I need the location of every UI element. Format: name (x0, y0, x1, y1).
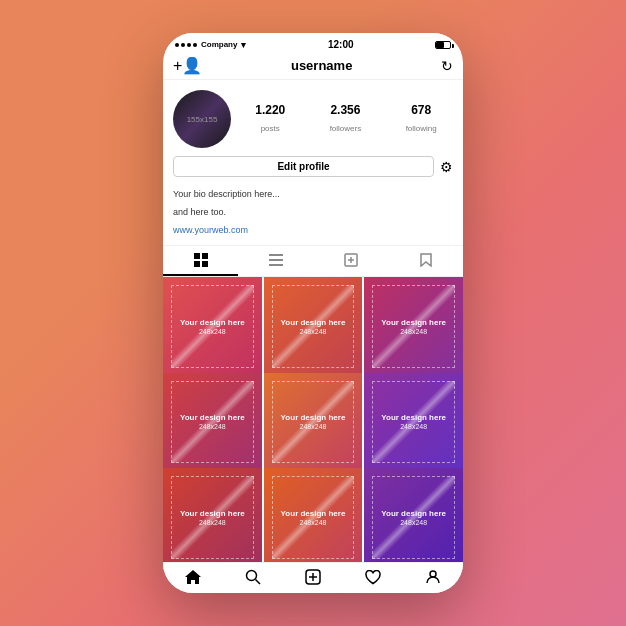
ig-header: +👤 username ↻ (163, 52, 463, 80)
grid-item-6[interactable]: Your design here 248x248 (364, 373, 463, 472)
grid-item-5[interactable]: Your design here 248x248 (264, 373, 363, 472)
posts-count: 1.220 (255, 103, 285, 117)
grid-item-3[interactable]: Your design here 248x248 (364, 277, 463, 376)
signal-dot-3 (187, 43, 191, 47)
grid-label-6: Your design here 248x248 (381, 413, 446, 430)
svg-rect-3 (202, 261, 208, 267)
bottom-nav-search[interactable] (223, 569, 283, 585)
tab-list[interactable] (238, 246, 313, 276)
stat-followers: 2.356 followers (330, 103, 362, 135)
followers-label: followers (330, 124, 362, 133)
bottom-nav (163, 562, 463, 593)
svg-rect-1 (202, 253, 208, 259)
status-bar: Company ▾ 12:00 (163, 33, 463, 52)
grid-label-9: Your design here 248x248 (381, 509, 446, 526)
svg-rect-6 (269, 264, 283, 266)
signal-dot-4 (193, 43, 197, 47)
avatar: 155x155 (173, 90, 231, 148)
grid-item-2[interactable]: Your design here 248x248 (264, 277, 363, 376)
grid-item-9[interactable]: Your design here 248x248 (364, 468, 463, 562)
followers-count: 2.356 (330, 103, 362, 117)
svg-rect-2 (194, 261, 200, 267)
status-left: Company ▾ (175, 40, 246, 50)
svg-rect-0 (194, 253, 200, 259)
phone-frame: Company ▾ 12:00 +👤 username ↻ 155x155 1.… (163, 33, 463, 593)
add-user-icon[interactable]: +👤 (173, 56, 202, 75)
signal-dot-2 (181, 43, 185, 47)
svg-rect-5 (269, 259, 283, 261)
grid-label-4: Your design here 248x248 (180, 413, 245, 430)
grid-label-2: Your design here 248x248 (281, 318, 346, 335)
edit-section: Edit profile ⚙ (163, 154, 463, 181)
grid-label-1: Your design here 248x248 (180, 318, 245, 335)
grid-label-8: Your design here 248x248 (281, 509, 346, 526)
signal-dot-1 (175, 43, 179, 47)
carrier-label: Company (201, 40, 237, 49)
following-label: following (406, 124, 437, 133)
tab-bookmark[interactable] (388, 246, 463, 276)
clock-icon[interactable]: ↻ (441, 58, 453, 74)
settings-icon[interactable]: ⚙ (440, 159, 453, 175)
grid-item-7[interactable]: Your design here 248x248 (163, 468, 262, 562)
svg-point-10 (247, 571, 257, 581)
bottom-nav-profile[interactable] (403, 569, 463, 585)
bottom-nav-heart[interactable] (343, 569, 403, 585)
posts-label: posts (261, 124, 280, 133)
wifi-icon: ▾ (241, 40, 246, 50)
battery-icon (435, 41, 451, 49)
photo-grid: Your design here 248x248 Your design her… (163, 277, 463, 562)
bottom-nav-home[interactable] (163, 569, 223, 585)
bio-section: Your bio description here... and here to… (163, 181, 463, 241)
grid-label-7: Your design here 248x248 (180, 509, 245, 526)
following-count: 678 (406, 103, 437, 117)
grid-label-5: Your design here 248x248 (281, 413, 346, 430)
nav-tabs (163, 245, 463, 277)
tab-tag[interactable] (313, 246, 388, 276)
grid-item-4[interactable]: Your design here 248x248 (163, 373, 262, 472)
status-right (435, 41, 451, 49)
profile-username: username (291, 58, 352, 73)
bio-line2: and here too. (173, 207, 226, 217)
bio-line1: Your bio description here... (173, 189, 280, 199)
stats-row: 1.220 posts 2.356 followers 678 followin… (239, 103, 453, 135)
grid-item-8[interactable]: Your design here 248x248 (264, 468, 363, 562)
avatar-label: 155x155 (187, 115, 218, 124)
stat-following: 678 following (406, 103, 437, 135)
bottom-nav-add[interactable] (283, 569, 343, 585)
svg-rect-4 (269, 254, 283, 256)
svg-point-15 (430, 571, 436, 577)
grid-label-3: Your design here 248x248 (381, 318, 446, 335)
time-display: 12:00 (328, 39, 354, 50)
profile-section: 155x155 1.220 posts 2.356 followers 678 … (163, 80, 463, 154)
grid-item-1[interactable]: Your design here 248x248 (163, 277, 262, 376)
edit-profile-button[interactable]: Edit profile (173, 156, 434, 177)
tab-grid[interactable] (163, 246, 238, 276)
svg-line-11 (256, 580, 261, 585)
bio-website[interactable]: www.yourweb.com (173, 225, 248, 235)
stat-posts: 1.220 posts (255, 103, 285, 135)
